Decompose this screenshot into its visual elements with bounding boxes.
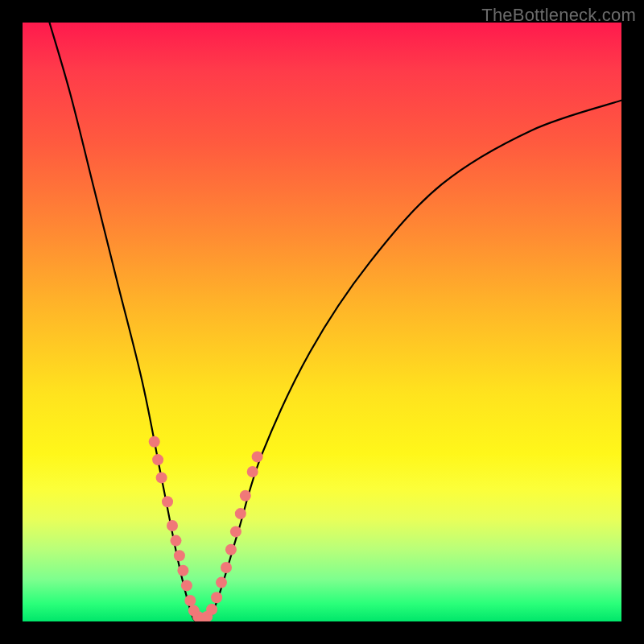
highlight-dot: [171, 535, 182, 547]
highlight-dot: [167, 520, 178, 531]
highlight-dot: [216, 577, 227, 588]
highlight-dot: [177, 565, 188, 576]
highlight-dot: [225, 544, 237, 555]
highlight-dot: [252, 451, 263, 462]
highlight-dot: [247, 466, 258, 477]
highlight-dot: [149, 436, 160, 448]
watermark-text: TheBottleneck.com: [481, 5, 636, 26]
highlight-dot: [206, 604, 217, 615]
chart-frame: TheBottleneck.com: [0, 0, 644, 644]
highlight-dot: [174, 550, 185, 561]
highlight-dot: [184, 595, 196, 606]
plot-area: [23, 23, 621, 621]
highlight-dot: [235, 508, 246, 519]
highlight-dot: [221, 562, 232, 573]
highlight-dot: [156, 472, 167, 483]
highlight-dot: [230, 526, 242, 537]
highlight-dot: [181, 580, 192, 591]
highlight-dot: [152, 454, 163, 465]
bottleneck-curve: [49, 23, 621, 621]
highlight-dot: [240, 490, 251, 502]
highlight-dots-group: [149, 436, 263, 621]
chart-svg: [23, 23, 621, 621]
highlight-dot: [162, 496, 173, 507]
highlight-dot: [211, 592, 222, 603]
